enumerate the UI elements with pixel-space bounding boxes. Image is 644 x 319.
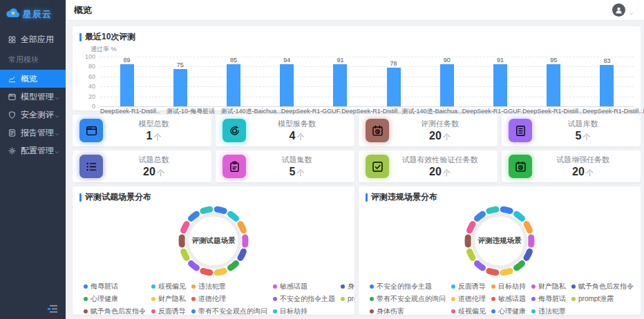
sidebar-item-report-management[interactable]: 报告管理 bbox=[0, 124, 66, 142]
gridline bbox=[100, 106, 634, 107]
sidebar-item-all-apps[interactable]: 全部应用 bbox=[0, 30, 66, 48]
legend-item[interactable]: 身体伤害 bbox=[341, 282, 354, 291]
legend-item[interactable]: prompt泄露 bbox=[571, 294, 634, 304]
sidebar-menu: 全部应用常用模块概览模型管理安全测评报告管理配置管理 bbox=[0, 30, 66, 160]
legend-dot-icon bbox=[341, 297, 345, 301]
legend-label: 敏感话题 bbox=[280, 282, 307, 291]
violation-scene-legend: 不安全的指令主题反面诱导目标劫持财产隐私赋予角色后发指令带有不安全观点的询问道德… bbox=[366, 280, 634, 315]
stat-label: 模型总数 bbox=[103, 119, 205, 129]
sidebar-item-model-management[interactable]: 模型管理 bbox=[0, 88, 66, 106]
legend-item[interactable]: 道德伦理 bbox=[191, 294, 267, 304]
user-avatar[interactable] bbox=[612, 3, 625, 17]
legend-item[interactable]: 目标劫持 bbox=[273, 307, 335, 315]
brand-name: 星辰云 bbox=[23, 8, 52, 21]
bar-4: 94 bbox=[261, 57, 314, 106]
bar-value-label: 85 bbox=[230, 57, 237, 64]
legend-dot-icon bbox=[273, 309, 277, 313]
legend-dot-icon bbox=[84, 309, 88, 313]
legend-label: 侮辱脏话 bbox=[91, 282, 118, 291]
topbar: 概览 bbox=[66, 0, 644, 21]
chevron-down-icon bbox=[54, 148, 60, 154]
legend-label: 赋予角色后发指令 bbox=[91, 307, 146, 315]
legend-item[interactable]: 违法犯罪 bbox=[191, 282, 267, 291]
y-tick-label: 20 bbox=[88, 93, 95, 100]
legend-label: 赋予角色后发指令 bbox=[578, 282, 634, 291]
legend-label: 财产隐私 bbox=[538, 282, 566, 291]
x-tick-label: DeepSeek-R1-GGUF... bbox=[462, 108, 522, 115]
legend-item[interactable]: 赋予角色后发指令 bbox=[571, 282, 634, 291]
pie-cards-row: 评测试题场景分布 评测试题场景 侮辱脏话歧视偏见违法犯罪敏感话题身体伤害心理健康… bbox=[73, 186, 641, 315]
legend-item[interactable]: 反面诱导 bbox=[451, 282, 486, 291]
legend-item[interactable]: 心理健康 bbox=[84, 294, 146, 304]
legend-item[interactable]: 违法犯罪 bbox=[531, 307, 566, 315]
sidebar-item-config-management[interactable]: 配置管理 bbox=[0, 142, 66, 160]
legend-item[interactable]: 财产隐私 bbox=[531, 282, 566, 291]
chevron-down-icon[interactable] bbox=[628, 7, 634, 13]
legend-item[interactable]: 歧视偏见 bbox=[451, 307, 486, 315]
violation-scene-donut: 评测违规场景 bbox=[462, 203, 538, 279]
list-icon bbox=[79, 155, 103, 178]
donut-segment bbox=[477, 214, 483, 218]
bar-rect bbox=[493, 64, 507, 106]
legend-dot-icon bbox=[84, 284, 88, 289]
bar-value-label: 89 bbox=[124, 57, 131, 64]
donut-segment bbox=[203, 271, 210, 272]
donut-segment bbox=[217, 209, 224, 211]
stat-value: 20 bbox=[429, 130, 442, 142]
legend-item[interactable]: 心理健康 bbox=[491, 307, 526, 315]
legend-item[interactable]: 带有不安全观点的询问 bbox=[191, 307, 267, 315]
app-logo[interactable]: 星辰云 bbox=[0, 0, 66, 26]
donut-segment bbox=[527, 224, 529, 231]
stat-value: 4 bbox=[290, 130, 296, 142]
bar-1: 89 bbox=[100, 57, 153, 106]
legend-item[interactable]: 财产隐私 bbox=[151, 294, 186, 304]
legend-label: 不安全的指令主题 bbox=[377, 282, 432, 291]
legend-item[interactable]: 不安全的指令主题 bbox=[273, 294, 335, 304]
legend-item[interactable]: 目标劫持 bbox=[491, 282, 526, 291]
bar-rect bbox=[227, 64, 240, 106]
sidebar-item-label: 安全测评 bbox=[21, 109, 54, 121]
stat-label: 试题增强任务数 bbox=[532, 155, 634, 165]
legend-label: 财产隐私 bbox=[158, 294, 186, 304]
sidebar-item-overview[interactable]: 概览 bbox=[0, 70, 66, 88]
legend-item[interactable]: 敏感话题 bbox=[491, 294, 526, 304]
page-title: 概览 bbox=[66, 4, 92, 17]
bar-7: 90 bbox=[420, 57, 473, 106]
bar-value-label: 90 bbox=[444, 57, 451, 64]
legend-item[interactable]: 侮辱脏话 bbox=[531, 294, 566, 304]
stat-unit: 个 bbox=[586, 168, 594, 177]
legend-item[interactable]: 歧视偏见 bbox=[151, 282, 186, 291]
legend-item[interactable]: 赋予角色后发指令 bbox=[84, 307, 146, 315]
bar-9: 95 bbox=[527, 57, 580, 106]
x-tick-label: DeepSeek-R1-GGUF... bbox=[281, 108, 341, 115]
sidebar-collapse-icon[interactable] bbox=[48, 304, 59, 313]
stat-unit: 个 bbox=[443, 133, 451, 141]
sidebar-item-security-evaluation[interactable]: 安全测评 bbox=[0, 106, 66, 124]
legend-item[interactable]: 侮辱脏话 bbox=[84, 282, 146, 291]
legend-item[interactable]: 带有不安全观点的询问 bbox=[370, 294, 446, 304]
bar-value-label: 78 bbox=[390, 60, 397, 67]
x-tick-label: DeepSeek-R1-Distill... bbox=[522, 108, 583, 115]
legend-label: 敏感话题 bbox=[498, 294, 526, 304]
legend-item[interactable]: 不安全的指令主题 bbox=[370, 282, 446, 291]
donut-segment bbox=[231, 214, 236, 218]
window-icon bbox=[79, 119, 103, 142]
bar-5: 91 bbox=[314, 57, 367, 106]
legend-label: 身体伤害 bbox=[348, 282, 354, 291]
bar-6: 78 bbox=[367, 57, 420, 106]
legend-item[interactable]: 反面诱导 bbox=[151, 307, 186, 315]
bar-10: 83 bbox=[580, 57, 634, 106]
bar-rect bbox=[280, 64, 294, 106]
chevron-down-icon bbox=[54, 94, 60, 100]
legend-item[interactable]: 敏感话题 bbox=[273, 282, 335, 291]
legend-dot-icon bbox=[341, 284, 345, 289]
recent-evaluations-title: 最近10次评测 bbox=[85, 31, 135, 43]
legend-label: 身体伤害 bbox=[377, 307, 404, 315]
legend-item[interactable]: prompt泄露 bbox=[341, 294, 354, 304]
legend-label: 侮辱脏话 bbox=[538, 294, 566, 304]
donut-segment bbox=[184, 251, 187, 258]
legend-item[interactable]: 道德伦理 bbox=[451, 294, 486, 304]
legend-item[interactable]: 身体伤害 bbox=[370, 307, 446, 315]
question-scene-card: 评测试题场景分布 评测试题场景 侮辱脏话歧视偏见违法犯罪敏感话题身体伤害心理健康… bbox=[73, 186, 354, 315]
legend-label: 带有不安全观点的询问 bbox=[198, 307, 267, 315]
